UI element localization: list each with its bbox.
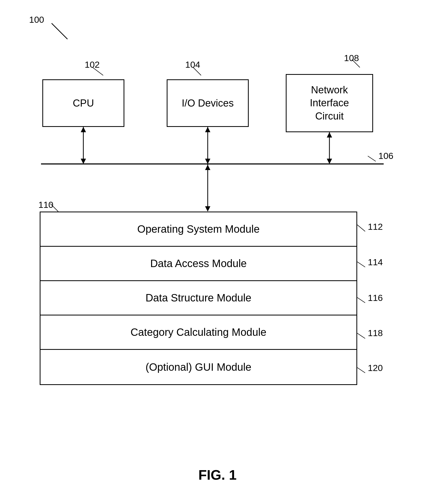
- svg-line-23: [357, 368, 365, 373]
- ref-118: 118: [368, 328, 383, 338]
- os-module-label: Operating System Module: [137, 223, 260, 235]
- io-label: I/O Devices: [182, 98, 234, 109]
- svg-marker-3: [81, 159, 86, 164]
- svg-line-22: [357, 333, 365, 338]
- ref-102: 102: [85, 59, 100, 70]
- ref-100: 100: [29, 15, 44, 25]
- os-module-row: Operating System Module: [40, 212, 356, 247]
- svg-marker-9: [327, 159, 332, 164]
- ref-114: 114: [368, 257, 383, 267]
- ref-120: 120: [368, 363, 383, 373]
- cc-module-label: Category Calculating Module: [130, 326, 266, 338]
- figure-label: FIG. 1: [198, 467, 237, 483]
- system-box: Operating System Module Data Access Modu…: [40, 212, 357, 385]
- cc-module-row: Category Calculating Module: [40, 315, 356, 350]
- svg-marker-12: [205, 206, 210, 212]
- ref-104: 104: [185, 59, 200, 70]
- da-module-label: Data Access Module: [150, 258, 247, 269]
- nic-label: Network Interface Circuit: [310, 84, 349, 123]
- svg-line-21: [357, 297, 365, 303]
- ref-108: 108: [344, 53, 359, 63]
- cpu-label: CPU: [73, 98, 94, 109]
- svg-line-19: [357, 225, 365, 231]
- cpu-box: CPU: [42, 79, 124, 127]
- svg-marker-10: [327, 132, 332, 138]
- ref-110: 110: [38, 200, 53, 210]
- svg-line-17: [368, 156, 376, 161]
- gui-module-row: (Optional) GUI Module: [40, 350, 356, 384]
- ds-module-label: Data Structure Module: [146, 292, 251, 304]
- nic-box: Network Interface Circuit: [286, 74, 373, 132]
- svg-line-20: [357, 262, 365, 267]
- ref-112: 112: [368, 222, 383, 232]
- ref-116: 116: [368, 293, 383, 303]
- da-module-row: Data Access Module: [40, 247, 356, 281]
- svg-line-0: [52, 23, 67, 39]
- svg-marker-6: [205, 159, 210, 164]
- svg-marker-7: [205, 127, 210, 132]
- ds-module-row: Data Structure Module: [40, 281, 356, 315]
- diagram-container: 100 CPU I/O Devices Network Interface Ci…: [0, 0, 435, 504]
- io-box: I/O Devices: [167, 79, 249, 127]
- svg-marker-13: [205, 165, 210, 170]
- ref-106: 106: [378, 151, 393, 161]
- svg-marker-4: [81, 127, 86, 132]
- gui-module-label: (Optional) GUI Module: [146, 361, 251, 373]
